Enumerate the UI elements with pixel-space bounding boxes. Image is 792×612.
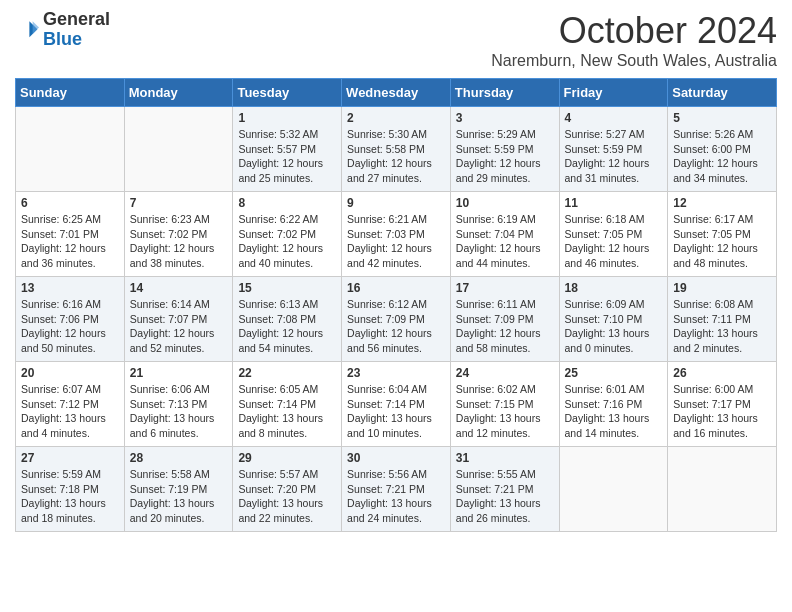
calendar-cell	[559, 447, 668, 532]
day-info: Sunrise: 5:27 AM Sunset: 5:59 PM Dayligh…	[565, 127, 663, 186]
calendar-cell: 28Sunrise: 5:58 AM Sunset: 7:19 PM Dayli…	[124, 447, 233, 532]
day-info: Sunrise: 6:19 AM Sunset: 7:04 PM Dayligh…	[456, 212, 554, 271]
day-number: 25	[565, 366, 663, 380]
calendar-week-row: 27Sunrise: 5:59 AM Sunset: 7:18 PM Dayli…	[16, 447, 777, 532]
day-info: Sunrise: 5:56 AM Sunset: 7:21 PM Dayligh…	[347, 467, 445, 526]
day-number: 22	[238, 366, 336, 380]
calendar-cell: 17Sunrise: 6:11 AM Sunset: 7:09 PM Dayli…	[450, 277, 559, 362]
calendar-cell: 15Sunrise: 6:13 AM Sunset: 7:08 PM Dayli…	[233, 277, 342, 362]
day-number: 11	[565, 196, 663, 210]
day-info: Sunrise: 5:26 AM Sunset: 6:00 PM Dayligh…	[673, 127, 771, 186]
day-header-friday: Friday	[559, 79, 668, 107]
calendar-cell: 9Sunrise: 6:21 AM Sunset: 7:03 PM Daylig…	[342, 192, 451, 277]
day-number: 27	[21, 451, 119, 465]
day-info: Sunrise: 5:30 AM Sunset: 5:58 PM Dayligh…	[347, 127, 445, 186]
calendar-cell: 11Sunrise: 6:18 AM Sunset: 7:05 PM Dayli…	[559, 192, 668, 277]
logo-general-text: General	[43, 9, 110, 29]
calendar-cell: 4Sunrise: 5:27 AM Sunset: 5:59 PM Daylig…	[559, 107, 668, 192]
calendar-cell	[124, 107, 233, 192]
calendar-cell: 26Sunrise: 6:00 AM Sunset: 7:17 PM Dayli…	[668, 362, 777, 447]
day-header-tuesday: Tuesday	[233, 79, 342, 107]
calendar-week-row: 20Sunrise: 6:07 AM Sunset: 7:12 PM Dayli…	[16, 362, 777, 447]
calendar-cell	[16, 107, 125, 192]
title-block: October 2024 Naremburn, New South Wales,…	[491, 10, 777, 70]
day-info: Sunrise: 6:25 AM Sunset: 7:01 PM Dayligh…	[21, 212, 119, 271]
calendar-cell: 20Sunrise: 6:07 AM Sunset: 7:12 PM Dayli…	[16, 362, 125, 447]
logo-icon	[15, 18, 39, 42]
calendar-cell: 1Sunrise: 5:32 AM Sunset: 5:57 PM Daylig…	[233, 107, 342, 192]
day-info: Sunrise: 6:17 AM Sunset: 7:05 PM Dayligh…	[673, 212, 771, 271]
day-number: 13	[21, 281, 119, 295]
calendar-cell: 22Sunrise: 6:05 AM Sunset: 7:14 PM Dayli…	[233, 362, 342, 447]
day-number: 7	[130, 196, 228, 210]
day-info: Sunrise: 6:01 AM Sunset: 7:16 PM Dayligh…	[565, 382, 663, 441]
page-header: General Blue October 2024 Naremburn, New…	[15, 10, 777, 70]
day-info: Sunrise: 6:18 AM Sunset: 7:05 PM Dayligh…	[565, 212, 663, 271]
day-number: 9	[347, 196, 445, 210]
day-info: Sunrise: 6:21 AM Sunset: 7:03 PM Dayligh…	[347, 212, 445, 271]
day-info: Sunrise: 6:23 AM Sunset: 7:02 PM Dayligh…	[130, 212, 228, 271]
calendar-cell: 6Sunrise: 6:25 AM Sunset: 7:01 PM Daylig…	[16, 192, 125, 277]
calendar-cell: 29Sunrise: 5:57 AM Sunset: 7:20 PM Dayli…	[233, 447, 342, 532]
calendar-cell: 8Sunrise: 6:22 AM Sunset: 7:02 PM Daylig…	[233, 192, 342, 277]
calendar-header-row: SundayMondayTuesdayWednesdayThursdayFrid…	[16, 79, 777, 107]
calendar-week-row: 13Sunrise: 6:16 AM Sunset: 7:06 PM Dayli…	[16, 277, 777, 362]
day-info: Sunrise: 5:29 AM Sunset: 5:59 PM Dayligh…	[456, 127, 554, 186]
day-number: 30	[347, 451, 445, 465]
day-info: Sunrise: 6:22 AM Sunset: 7:02 PM Dayligh…	[238, 212, 336, 271]
day-info: Sunrise: 6:16 AM Sunset: 7:06 PM Dayligh…	[21, 297, 119, 356]
day-number: 12	[673, 196, 771, 210]
calendar-cell: 23Sunrise: 6:04 AM Sunset: 7:14 PM Dayli…	[342, 362, 451, 447]
day-number: 5	[673, 111, 771, 125]
day-number: 6	[21, 196, 119, 210]
day-info: Sunrise: 6:07 AM Sunset: 7:12 PM Dayligh…	[21, 382, 119, 441]
day-info: Sunrise: 6:11 AM Sunset: 7:09 PM Dayligh…	[456, 297, 554, 356]
day-info: Sunrise: 6:12 AM Sunset: 7:09 PM Dayligh…	[347, 297, 445, 356]
day-header-sunday: Sunday	[16, 79, 125, 107]
calendar-cell: 16Sunrise: 6:12 AM Sunset: 7:09 PM Dayli…	[342, 277, 451, 362]
logo-blue-text: Blue	[43, 29, 82, 49]
calendar-cell: 13Sunrise: 6:16 AM Sunset: 7:06 PM Dayli…	[16, 277, 125, 362]
day-info: Sunrise: 6:00 AM Sunset: 7:17 PM Dayligh…	[673, 382, 771, 441]
logo: General Blue	[15, 10, 110, 50]
day-info: Sunrise: 5:58 AM Sunset: 7:19 PM Dayligh…	[130, 467, 228, 526]
calendar-cell: 19Sunrise: 6:08 AM Sunset: 7:11 PM Dayli…	[668, 277, 777, 362]
day-number: 26	[673, 366, 771, 380]
day-number: 23	[347, 366, 445, 380]
day-info: Sunrise: 6:08 AM Sunset: 7:11 PM Dayligh…	[673, 297, 771, 356]
day-number: 24	[456, 366, 554, 380]
day-number: 17	[456, 281, 554, 295]
day-info: Sunrise: 6:14 AM Sunset: 7:07 PM Dayligh…	[130, 297, 228, 356]
calendar-cell: 7Sunrise: 6:23 AM Sunset: 7:02 PM Daylig…	[124, 192, 233, 277]
day-info: Sunrise: 5:57 AM Sunset: 7:20 PM Dayligh…	[238, 467, 336, 526]
day-number: 15	[238, 281, 336, 295]
day-info: Sunrise: 6:09 AM Sunset: 7:10 PM Dayligh…	[565, 297, 663, 356]
day-header-wednesday: Wednesday	[342, 79, 451, 107]
calendar-cell	[668, 447, 777, 532]
day-number: 31	[456, 451, 554, 465]
calendar-cell: 24Sunrise: 6:02 AM Sunset: 7:15 PM Dayli…	[450, 362, 559, 447]
day-info: Sunrise: 6:05 AM Sunset: 7:14 PM Dayligh…	[238, 382, 336, 441]
calendar-cell: 5Sunrise: 5:26 AM Sunset: 6:00 PM Daylig…	[668, 107, 777, 192]
day-number: 8	[238, 196, 336, 210]
calendar-cell: 2Sunrise: 5:30 AM Sunset: 5:58 PM Daylig…	[342, 107, 451, 192]
calendar-table: SundayMondayTuesdayWednesdayThursdayFrid…	[15, 78, 777, 532]
day-number: 10	[456, 196, 554, 210]
calendar-cell: 27Sunrise: 5:59 AM Sunset: 7:18 PM Dayli…	[16, 447, 125, 532]
day-info: Sunrise: 5:55 AM Sunset: 7:21 PM Dayligh…	[456, 467, 554, 526]
calendar-week-row: 1Sunrise: 5:32 AM Sunset: 5:57 PM Daylig…	[16, 107, 777, 192]
day-number: 1	[238, 111, 336, 125]
day-number: 14	[130, 281, 228, 295]
calendar-cell: 12Sunrise: 6:17 AM Sunset: 7:05 PM Dayli…	[668, 192, 777, 277]
calendar-week-row: 6Sunrise: 6:25 AM Sunset: 7:01 PM Daylig…	[16, 192, 777, 277]
day-number: 2	[347, 111, 445, 125]
day-number: 18	[565, 281, 663, 295]
location-subtitle: Naremburn, New South Wales, Australia	[491, 52, 777, 70]
day-info: Sunrise: 5:32 AM Sunset: 5:57 PM Dayligh…	[238, 127, 336, 186]
day-header-saturday: Saturday	[668, 79, 777, 107]
calendar-cell: 10Sunrise: 6:19 AM Sunset: 7:04 PM Dayli…	[450, 192, 559, 277]
calendar-cell: 30Sunrise: 5:56 AM Sunset: 7:21 PM Dayli…	[342, 447, 451, 532]
day-info: Sunrise: 5:59 AM Sunset: 7:18 PM Dayligh…	[21, 467, 119, 526]
day-header-monday: Monday	[124, 79, 233, 107]
calendar-cell: 25Sunrise: 6:01 AM Sunset: 7:16 PM Dayli…	[559, 362, 668, 447]
